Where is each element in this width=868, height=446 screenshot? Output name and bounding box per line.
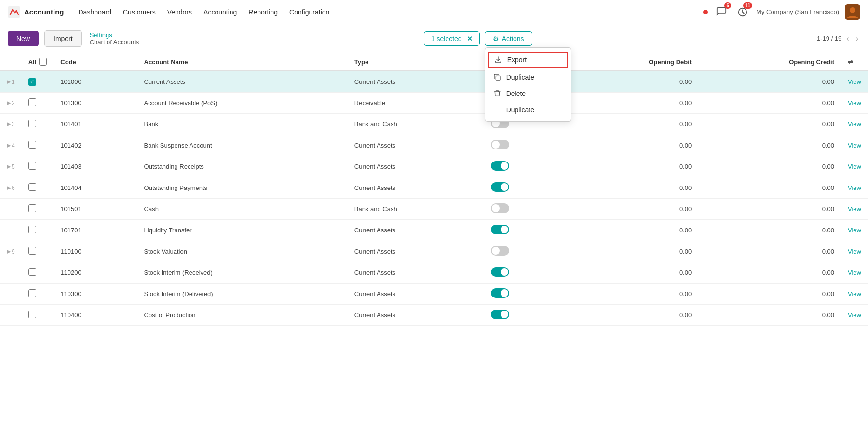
allow-toggle[interactable] — [491, 203, 509, 213]
clear-selection-button[interactable]: ✕ — [467, 35, 473, 42]
view-link[interactable]: View — [848, 311, 861, 319]
row-number: 1 — [12, 79, 15, 85]
row-checkbox[interactable] — [28, 268, 36, 276]
expand-icon[interactable]: ▶ — [7, 79, 11, 85]
expand-icon[interactable]: ▶ — [7, 185, 11, 191]
row-checkbox[interactable] — [28, 247, 36, 255]
breadcrumb-parent[interactable]: Settings — [90, 31, 139, 39]
row-type: Receivable — [348, 93, 485, 114]
select-all-checkbox[interactable] — [39, 58, 47, 66]
nav-accounting[interactable]: Accounting — [199, 5, 242, 19]
delete-icon — [493, 89, 502, 98]
row-opening-debit: 0.00 — [562, 93, 699, 114]
row-account-name: Cash — [137, 199, 348, 220]
row-checkbox-cell — [22, 156, 54, 177]
dropdown-item-duplicate[interactable]: Duplicate — [485, 69, 571, 85]
top-navigation: Accounting Dashboard Customers Vendors A… — [0, 0, 868, 24]
row-account-name: Account Receivable (PoS) — [137, 93, 348, 114]
view-link[interactable]: View — [848, 205, 861, 213]
row-checkbox[interactable] — [28, 183, 36, 191]
messages-button[interactable]: 6 — [714, 4, 729, 20]
row-code: 101404 — [54, 177, 137, 199]
row-checkbox[interactable] — [28, 162, 36, 170]
view-link[interactable]: View — [848, 78, 861, 85]
row-allow — [484, 262, 561, 284]
expand-icon[interactable]: ▶ — [7, 248, 11, 255]
nav-configuration[interactable]: Configuration — [285, 5, 334, 19]
view-link[interactable]: View — [848, 163, 861, 170]
row-checkbox[interactable] — [28, 98, 36, 106]
row-checkbox[interactable] — [28, 289, 36, 297]
prev-page-button[interactable]: ‹ — [844, 32, 851, 45]
row-number: 5 — [12, 163, 15, 170]
table-row: ▶1 101000 Current Assets Current Assets … — [0, 71, 868, 93]
table-row: ▶4 101402 Bank Suspense Account Current … — [0, 135, 868, 156]
row-checkbox[interactable] — [28, 204, 36, 212]
activity-button[interactable]: 11 — [735, 4, 750, 20]
column-config-icon[interactable]: ⇌ — [848, 58, 853, 66]
view-link[interactable]: View — [848, 184, 861, 191]
row-view-cell: View — [841, 114, 868, 135]
expand-icon[interactable]: ▶ — [7, 121, 11, 127]
row-checkbox[interactable] — [28, 78, 36, 86]
svg-point-3 — [850, 7, 855, 13]
import-button[interactable]: Import — [44, 30, 82, 47]
row-account-name: Liquidity Transfer — [137, 220, 348, 241]
user-avatar[interactable] — [845, 4, 860, 20]
actions-button[interactable]: ⚙ Actions — [485, 31, 532, 46]
expand-icon[interactable]: ▶ — [7, 142, 11, 149]
nav-vendors[interactable]: Vendors — [163, 5, 197, 19]
view-link[interactable]: View — [848, 142, 861, 149]
duplicate2-icon — [493, 106, 502, 114]
allow-toggle[interactable] — [491, 225, 509, 234]
next-page-button[interactable]: › — [854, 32, 860, 45]
row-checkbox-cell — [22, 177, 54, 199]
th-opening-credit: Opening Credit — [698, 53, 841, 71]
row-opening-credit: 0.00 — [698, 262, 841, 284]
allow-toggle[interactable] — [491, 267, 509, 277]
row-expand-cell: ▶9 — [0, 241, 22, 262]
new-button[interactable]: New — [8, 31, 39, 46]
row-checkbox[interactable] — [28, 120, 36, 127]
export-label: Export — [507, 56, 527, 64]
nav-reporting[interactable]: Reporting — [244, 5, 283, 19]
dropdown-item-duplicate2[interactable]: Duplicate — [485, 102, 571, 118]
row-view-cell: View — [841, 71, 868, 93]
row-opening-credit: 0.00 — [698, 305, 841, 326]
actions-dropdown-wrapper: ⚙ Actions Export — [485, 31, 532, 46]
view-link[interactable]: View — [848, 227, 861, 234]
expand-icon[interactable]: ▶ — [7, 163, 11, 170]
allow-toggle[interactable] — [491, 161, 509, 171]
dropdown-item-export[interactable]: Export — [488, 52, 568, 68]
app-logo-icon — [8, 6, 20, 18]
allow-toggle[interactable] — [491, 182, 509, 192]
app-logo[interactable]: Accounting — [8, 6, 64, 18]
view-link[interactable]: View — [848, 269, 861, 276]
nav-dashboard[interactable]: Dashboard — [74, 5, 117, 19]
dropdown-item-delete[interactable]: Delete — [485, 85, 571, 102]
expand-icon[interactable]: ▶ — [7, 100, 11, 106]
row-opening-debit: 0.00 — [562, 220, 699, 241]
view-link[interactable]: View — [848, 121, 861, 128]
row-checkbox-cell — [22, 93, 54, 114]
row-checkbox[interactable] — [28, 311, 36, 318]
row-checkbox-cell — [22, 114, 54, 135]
row-checkbox[interactable] — [28, 226, 36, 233]
view-link[interactable]: View — [848, 99, 861, 107]
view-link[interactable]: View — [848, 248, 861, 255]
row-opening-debit: 0.00 — [562, 262, 699, 284]
row-expand-cell: ▶5 — [0, 156, 22, 177]
allow-toggle[interactable] — [491, 310, 509, 319]
row-checkbox-cell — [22, 220, 54, 241]
allow-toggle[interactable] — [491, 246, 509, 256]
nav-customers[interactable]: Customers — [118, 5, 161, 19]
row-opening-credit: 0.00 — [698, 220, 841, 241]
allow-toggle[interactable] — [491, 288, 509, 298]
row-checkbox[interactable] — [28, 141, 36, 149]
row-expand-cell: ▶6 — [0, 177, 22, 199]
row-view-cell: View — [841, 135, 868, 156]
row-checkbox-cell — [22, 71, 54, 93]
selected-count-badge[interactable]: 1 selected ✕ — [424, 31, 480, 46]
allow-toggle[interactable] — [491, 140, 509, 149]
view-link[interactable]: View — [848, 290, 861, 297]
